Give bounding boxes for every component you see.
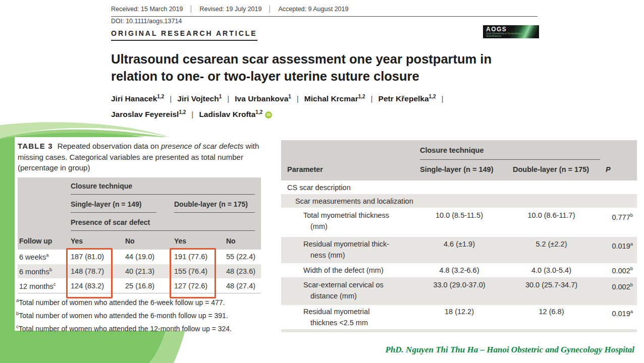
author: Iva Urbankova1 — [235, 94, 291, 103]
header-rule — [71, 212, 156, 213]
table-row: Total myometrial thickness(mm) 10.0 (8.5… — [281, 208, 637, 237]
truncated-row-bar — [281, 329, 637, 332]
table-row: 6 monthsb 148 (78.7) 40 (21.3) 155 (76.4… — [18, 264, 261, 279]
table-row: Residual myometrial thick-ness (mm) 4.6 … — [281, 237, 637, 263]
parameters-table-header: Closure technique Parameter Single-layer… — [281, 140, 637, 180]
subsection-row: Scar measurements and localization — [281, 194, 637, 208]
table-row: Residual myometrialthicknes <2.5 mm 18 (… — [281, 305, 637, 328]
article-type-heading: ORIGINAL RESEARCH ARTICLE — [111, 29, 257, 41]
author: Jiri Vojtech1 — [177, 94, 222, 103]
doi: DOI: 10.1111/aogs.13714 — [111, 18, 182, 25]
header-rule — [420, 159, 600, 160]
author-separator — [291, 94, 304, 103]
header-rule — [71, 230, 255, 231]
col-no2: No — [226, 237, 236, 245]
col-double-layer: Double-layer (n = 175) — [513, 165, 589, 173]
paper-meta-row: Received: 15 March 2019 Revised: 19 July… — [111, 6, 538, 17]
col-no1: No — [125, 237, 135, 245]
col-group-double: Double-layer (n = 175) — [174, 200, 248, 208]
col-p-value: P — [606, 165, 611, 173]
author: Michal Krcmar1,2 — [304, 94, 365, 103]
footnote: cTotal number of women who attended the … — [16, 321, 269, 334]
highlight-box-single-yes — [66, 248, 113, 298]
orcid-icon: iD — [265, 111, 272, 118]
paper-title: Ultrasound cesarean scar assessment one … — [111, 50, 555, 85]
presenter-credit: PhD. Nguyen Thi Thu Ha – Hanoi Obstetric… — [386, 345, 635, 355]
section-row: CS scar description — [281, 180, 637, 194]
table-row: 12 monthsc 124 (83.2) 25 (16.8) 127 (72.… — [18, 278, 261, 293]
table3-label: TABLE 3 — [18, 142, 53, 150]
presentation-slide: Received: 15 March 2019 Revised: 19 July… — [0, 0, 644, 363]
author-list: Jiri Hanacek1,2Jiri Vojtech1Iva Urbankov… — [111, 90, 555, 121]
revised-date: Revised: 19 July 2019 — [191, 6, 261, 13]
author-line1: Jiri Hanacek1,2Jiri Vojtech1Iva Urbankov… — [111, 90, 555, 105]
table-row: 6 weeksa 187 (81.0) 44 (19.0) 191 (77.6)… — [18, 250, 261, 264]
accepted-date: Accepted: 9 August 2019 — [270, 6, 348, 13]
footnote: bTotal number of women who attended the … — [16, 308, 269, 321]
author: Petr Křepelka1,2 — [379, 94, 436, 103]
col-single-layer: Single-layer (n = 149) — [420, 165, 493, 173]
author-separator — [365, 94, 379, 103]
author-separator — [436, 94, 449, 103]
logo-subtitle: Acta Obstetricia et Gynecologica Scandin… — [486, 32, 532, 37]
group-header: Closure technique — [71, 182, 132, 190]
caption-italic: presence of scar defects — [161, 142, 243, 150]
table3-footnotes: aTotal number of women who attended the … — [16, 295, 269, 334]
author-separator — [186, 110, 199, 118]
table-row: Scar-external cervical osdistance (mm) 3… — [281, 277, 637, 305]
col-yes2: Yes — [174, 237, 186, 245]
paper-title-line2: relation to one- or two-layer uterine su… — [111, 68, 555, 85]
col-parameter: Parameter — [287, 165, 323, 173]
table3: Closure technique Single-layer (n = 149)… — [18, 177, 261, 293]
subgroup-header: Presence of scar defect — [71, 218, 150, 226]
author: Ladislav Krofta1,2 — [199, 110, 262, 118]
header-rule — [71, 194, 255, 195]
parameters-table: Closure technique Parameter Single-layer… — [281, 140, 637, 332]
paper-title-line1: Ultrasound cesarean scar assessment one … — [111, 50, 555, 68]
table3-body: 6 weeksa 187 (81.0) 44 (19.0) 191 (77.6)… — [18, 250, 261, 293]
footnote: aTotal number of women who attended the … — [16, 295, 269, 308]
col-group-single: Single-layer (n = 149) — [71, 200, 141, 208]
group-header: Closure technique — [420, 146, 484, 154]
aogs-journal-logo: AOGS Acta Obstetricia et Gynecologica Sc… — [483, 25, 539, 38]
header-rule — [174, 212, 255, 213]
table3-header: Closure technique Single-layer (n = 149)… — [18, 177, 261, 250]
col-followup: Follow up — [19, 237, 52, 245]
author-line2: Jaroslav Feyereisl1,2Ladislav Krofta1,2i… — [111, 105, 555, 121]
author: Jaroslav Feyereisl1,2 — [111, 110, 186, 118]
author: Jiri Hanacek1,2 — [111, 94, 164, 103]
author-separator — [222, 94, 235, 103]
table-row: Width of the defect (mm) 4.8 (3.2-6.6) 4… — [281, 263, 637, 277]
col-yes1: Yes — [71, 237, 83, 245]
table3-caption: TABLE 3Repeated observation data on pres… — [18, 141, 263, 173]
author-separator — [164, 94, 177, 103]
highlight-box-double-yes — [170, 248, 216, 298]
received-date: Received: 15 March 2019 — [111, 6, 183, 13]
